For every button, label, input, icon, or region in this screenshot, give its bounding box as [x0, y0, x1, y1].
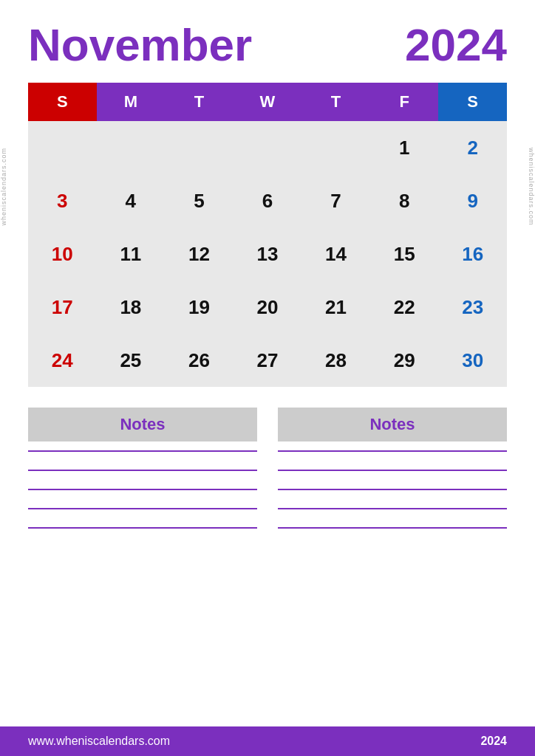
cal-cell-8: 4	[97, 174, 166, 227]
cal-cell-25: 21	[301, 281, 370, 334]
cal-cell-20: 16	[438, 227, 507, 281]
cal-cell-2	[165, 121, 234, 174]
notes-line-r3	[278, 489, 507, 490]
cal-cell-23: 19	[165, 281, 234, 334]
side-text-left: wheniscalendars.com	[0, 148, 27, 226]
cal-cell-14: 10	[28, 227, 97, 281]
cal-cell-15: 11	[97, 227, 166, 281]
cal-cell-26: 22	[370, 281, 439, 334]
notes-line-2	[28, 470, 257, 471]
cal-cell-6: 2	[438, 121, 507, 174]
notes-line-r5	[278, 527, 507, 529]
notes-section: Notes Notes	[28, 408, 507, 546]
cal-cell-1	[97, 121, 166, 174]
cal-cell-17: 13	[234, 227, 302, 281]
side-text-right: wheniscalendars.com	[508, 148, 535, 226]
cal-cell-10: 6	[234, 174, 302, 227]
cal-header-f: F	[370, 83, 439, 121]
cal-header-s: S	[438, 83, 507, 121]
cal-cell-27: 23	[438, 281, 507, 334]
cal-cell-24: 20	[234, 281, 302, 334]
calendar-grid: SMTWTFS 12345678910111213141516171819202…	[28, 83, 507, 387]
notes-line-1	[28, 450, 257, 452]
cal-cell-18: 14	[301, 227, 370, 281]
cal-cell-31: 27	[234, 334, 302, 387]
cal-header-t: T	[301, 83, 370, 121]
notes-line-r1	[278, 450, 507, 452]
cal-cell-0	[28, 121, 97, 174]
cal-cell-4	[301, 121, 370, 174]
calendar-header: November 2024	[28, 22, 507, 68]
notes-line-r2	[278, 470, 507, 471]
page: November 2024 SMTWTFS 123456789101112131…	[0, 0, 535, 756]
cal-header-m: M	[97, 83, 166, 121]
footer-year: 2024	[480, 735, 507, 748]
cal-cell-30: 26	[165, 334, 234, 387]
notes-right-header: Notes	[278, 408, 507, 441]
cal-cell-5: 1	[370, 121, 439, 174]
cal-cell-19: 15	[370, 227, 439, 281]
cal-header-w: W	[234, 83, 302, 121]
footer: www.wheniscalendars.com 2024	[0, 726, 535, 756]
notes-right: Notes	[278, 408, 507, 546]
cal-cell-12: 8	[370, 174, 439, 227]
cal-cell-33: 29	[370, 334, 439, 387]
calendar-body: 1234567891011121314151617181920212223242…	[28, 121, 507, 387]
cal-cell-32: 28	[301, 334, 370, 387]
cal-cell-7: 3	[28, 174, 97, 227]
notes-line-5	[28, 527, 257, 529]
cal-cell-11: 7	[301, 174, 370, 227]
cal-cell-13: 9	[438, 174, 507, 227]
cal-cell-29: 25	[97, 334, 166, 387]
calendar-days-header: SMTWTFS	[28, 83, 507, 121]
notes-line-r4	[278, 508, 507, 509]
cal-cell-34: 30	[438, 334, 507, 387]
notes-line-4	[28, 508, 257, 509]
cal-cell-22: 18	[97, 281, 166, 334]
notes-left-header: Notes	[28, 408, 257, 441]
cal-cell-16: 12	[165, 227, 234, 281]
footer-url: www.wheniscalendars.com	[28, 735, 170, 748]
cal-cell-3	[234, 121, 302, 174]
notes-left: Notes	[28, 408, 257, 546]
month-title: November	[28, 22, 252, 68]
cal-header-t: T	[165, 83, 234, 121]
cal-cell-28: 24	[28, 334, 97, 387]
notes-line-3	[28, 489, 257, 490]
year-title: 2024	[405, 22, 507, 68]
cal-header-s: S	[28, 83, 97, 121]
cal-cell-9: 5	[165, 174, 234, 227]
cal-cell-21: 17	[28, 281, 97, 334]
